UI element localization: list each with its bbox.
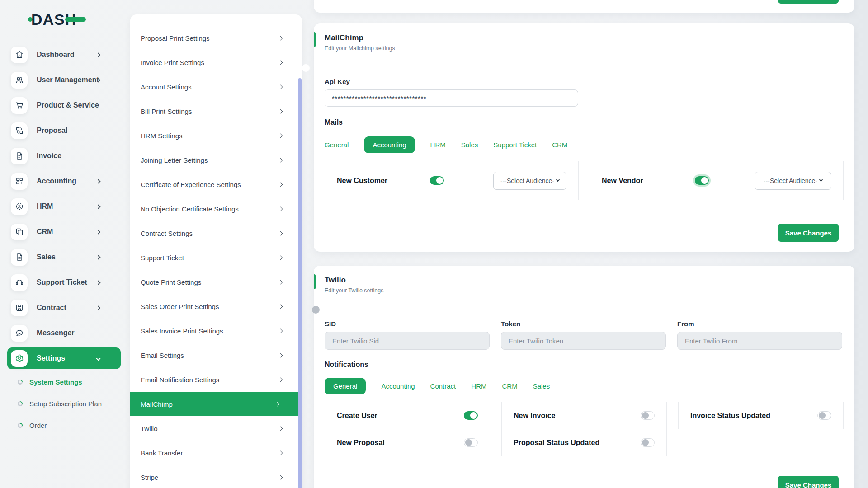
chevron-right-icon [278,182,283,187]
sidebar-item-accounting[interactable]: Accounting [0,169,130,194]
settings-menu-item-no-objection[interactable]: No Objection Certificate Settings [130,197,302,221]
sidebar-item-contract[interactable]: Contract [0,295,130,320]
mailchimp-save-button[interactable]: Save Changes [778,224,839,242]
tab-general[interactable]: General [325,378,366,394]
settings-menu-item-quote-print[interactable]: Quote Print Settings [130,270,302,294]
twilio-card-header: Twilio Edit your Twilio settings [314,266,854,307]
tab-contract[interactable]: Contract [430,378,456,394]
token-input[interactable] [501,332,666,350]
sidebar-subitem-setup-subscription-plan[interactable]: Setup Subscription Plan [0,393,130,414]
tab-crm[interactable]: CRM [552,136,567,153]
tab-general[interactable]: General [325,136,349,153]
notifications-grid: Create User New Proposal New Invoice [325,402,844,456]
notification-new-proposal: New Proposal [325,429,490,456]
twilio-enabled-toggle[interactable] [311,305,311,314]
panel-scrollbar[interactable] [298,78,302,488]
sidebar-subitem-label: Setup Subscription Plan [29,400,102,408]
create-user-toggle[interactable] [464,411,478,420]
tab-accounting[interactable]: Accounting [381,378,415,394]
twilio-save-button[interactable]: Save Changes [778,476,839,488]
settings-menu-item-support-ticket[interactable]: Support Ticket [130,245,302,270]
person-scan-icon [11,198,28,215]
settings-menu-item-account[interactable]: Account Settings [130,75,302,99]
notifications-label: Notifications [325,361,844,369]
sidebar-item-hrm[interactable]: HRM [0,194,130,219]
settings-menu-item-sales-invoice-print[interactable]: Sales Invoice Print Settings [130,319,302,343]
settings-menu-item-twilio[interactable]: Twilio [130,416,302,441]
option-label: Create User [337,412,377,420]
save-button-partial[interactable] [778,0,839,4]
settings-menu-item-sales-order-print[interactable]: Sales Order Print Settings [130,294,302,319]
mailchimp-card-body: Api Key Mails General Accounting HRM Sal… [314,78,854,242]
sidebar-item-user-management[interactable]: User Management [0,67,130,93]
sidebar-item-proposal[interactable]: Proposal [0,118,130,143]
sidebar-nav: Dashboard User Management Product & Serv… [0,42,130,436]
sidebar-item-invoice[interactable]: Invoice [0,143,130,169]
sidebar-item-label: Proposal [37,127,67,135]
chevron-down-icon [556,178,560,182]
proposal-status-updated-toggle[interactable] [641,438,655,447]
settings-menu-item-label: Email Notification Settings [141,376,219,384]
sidebar-item-sales[interactable]: Sales [0,244,130,270]
tab-crm[interactable]: CRM [502,378,517,394]
settings-menu-item-invoice-print[interactable]: Invoice Print Settings [130,50,302,75]
settings-menu-item-mailchimp[interactable]: MailChimp [130,392,299,416]
option-label: New Vendor [602,177,683,185]
tab-hrm[interactable]: HRM [430,136,446,153]
settings-menu-item-certificate-experience[interactable]: Certificate of Experience Settings [130,172,302,197]
donut-bullet-icon [18,423,23,428]
settings-menu-item-stripe[interactable]: Stripe [130,465,302,488]
sidebar-subitem-order[interactable]: Order [0,414,130,436]
settings-menu-item-email[interactable]: Email Settings [130,343,302,367]
sidebar-item-crm[interactable]: CRM [0,219,130,244]
settings-menu-item-bank-transfer[interactable]: Bank Transfer [130,441,302,465]
new-proposal-toggle[interactable] [464,438,478,447]
chevron-right-icon [278,475,283,479]
invoice-status-updated-toggle[interactable] [817,411,831,420]
chevron-right-icon [278,231,283,235]
settings-menu-item-label: Contract Settings [141,230,193,237]
chevron-right-icon [96,204,101,209]
settings-menu-item-email-notification[interactable]: Email Notification Settings [130,367,302,392]
option-label: New Proposal [337,439,385,447]
tab-sales[interactable]: Sales [461,136,478,153]
chevron-right-icon [278,353,283,357]
sidebar-subitem-system-settings[interactable]: System Settings [0,371,130,393]
api-key-label: Api Key [325,78,844,85]
settings-menu-item-proposal-print[interactable]: Proposal Print Settings [130,26,302,50]
settings-menu-item-hrm[interactable]: HRM Settings [130,123,302,148]
tab-support-ticket[interactable]: Support Ticket [493,136,537,153]
new-vendor-toggle[interactable] [695,176,709,185]
twilio-field-sid: SID [325,320,490,350]
donut-bullet-icon [18,380,23,385]
settings-menu-item-label: Joining Letter Settings [141,156,208,164]
tab-accounting[interactable]: Accounting [364,136,415,153]
new-invoice-toggle[interactable] [641,411,655,420]
sidebar-item-messenger[interactable]: Messenger [0,320,130,346]
new-customer-audience-select[interactable]: ---Select Audience- [493,172,566,190]
settings-menu-item-joining-letter[interactable]: Joining Letter Settings [130,148,302,172]
mails-tabs: General Accounting HRM Sales Support Tic… [325,136,844,153]
new-customer-toggle[interactable] [430,176,444,185]
gear-icon [11,350,28,367]
from-input[interactable] [677,332,842,350]
sidebar-item-support-ticket[interactable]: Support Ticket [0,270,130,295]
sid-input[interactable] [325,332,490,350]
sidebar-item-dashboard[interactable]: Dashboard [0,42,130,67]
twilio-fields-row: SID Token From [325,320,844,350]
settings-menu-item-bill-print[interactable]: Bill Print Settings [130,99,302,123]
settings-menu-item-label: Sales Order Print Settings [141,303,219,310]
notifications-col-3: Invoice Status Updated [678,402,844,429]
tab-hrm[interactable]: HRM [471,378,486,394]
brand-logo: DASH [28,10,91,31]
chevron-right-icon [96,179,101,183]
sidebar-item-product-service[interactable]: Product & Service [0,93,130,118]
settings-menu-item-label: Account Settings [141,83,192,91]
cart-icon [11,97,28,114]
new-vendor-audience-select[interactable]: ---Select Audience- [755,172,831,190]
settings-menu-item-contract[interactable]: Contract Settings [130,221,302,245]
tab-sales[interactable]: Sales [533,378,550,394]
sidebar-item-settings[interactable]: Settings [7,347,121,369]
previous-card-partial [314,0,854,13]
api-key-input[interactable] [325,89,578,107]
